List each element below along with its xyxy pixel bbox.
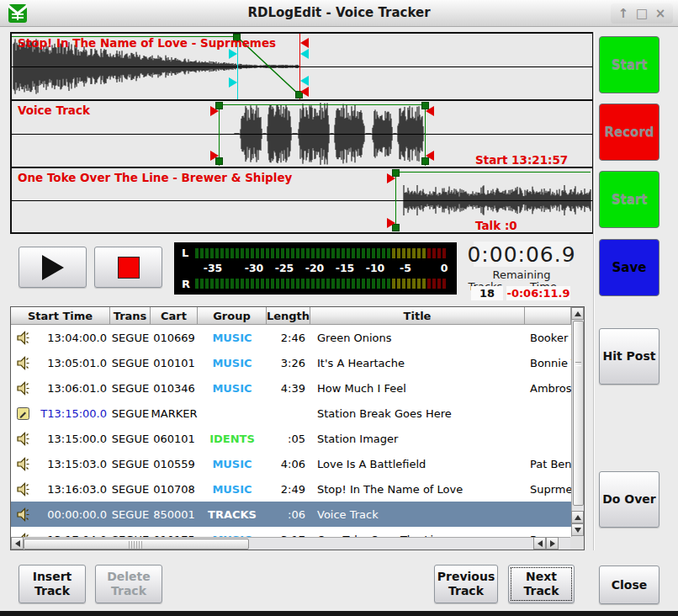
right-meter-segment (266, 279, 269, 289)
end-marker-arrow[interactable] (426, 106, 434, 116)
left-meter-segment (241, 248, 244, 258)
log-column-header[interactable] (525, 307, 571, 325)
horizontal-scroll-thumb[interactable] (24, 539, 249, 550)
log-row[interactable]: 13:15:03.0SEGUE010559MUSIC4:06Love Is A … (11, 451, 571, 476)
maximize-window-icon[interactable]: □ (633, 6, 651, 21)
meter-scale-label: -10 (366, 262, 385, 274)
end-marker-arrow[interactable] (300, 38, 309, 48)
left-meter-segment (230, 248, 234, 258)
log-row[interactable]: 13:16:03.0SEGUE010708MUSIC2:49Stop! In T… (11, 476, 571, 502)
track2-gain-line[interactable] (219, 104, 426, 105)
segue-marker-arrow[interactable] (300, 49, 309, 59)
left-meter-segment (261, 248, 264, 258)
log-row[interactable]: 13:15:00.0SEGUE060101IDENTS:05Station Im… (11, 426, 571, 451)
right-meter-segment (387, 279, 390, 289)
start-marker-arrow[interactable] (387, 173, 395, 183)
log-row[interactable]: T13:15:00.0SEGUEMARKERStation Break Goes… (11, 401, 571, 426)
trans-cell: SEGUE (110, 332, 151, 344)
log-row[interactable]: 00:00:00.0SEGUE850001TRACKS:06Voice Trac… (11, 502, 571, 527)
right-meter-segment (321, 279, 325, 289)
play-button[interactable] (19, 247, 87, 288)
log-column-header[interactable]: Start Time (11, 307, 110, 325)
scroll-up-button[interactable] (571, 307, 584, 320)
segue-marker-arrow[interactable] (229, 77, 237, 88)
log-column-header[interactable]: Cart (151, 307, 198, 325)
scroll-up-button-2[interactable] (571, 511, 584, 523)
end-marker-arrow[interactable] (426, 151, 434, 161)
start-marker-arrow[interactable] (387, 218, 395, 228)
left-meter-segment (220, 248, 224, 258)
vertical-scroll-thumb[interactable] (573, 321, 584, 506)
track3-gain-line[interactable] (395, 172, 591, 173)
start-time-cell: 13:16:03.0 (34, 483, 110, 496)
stop-button[interactable] (94, 247, 162, 288)
shade-window-icon[interactable]: ↑ (614, 6, 633, 21)
left-meter-segment (392, 248, 395, 258)
thumb-grip (129, 541, 144, 549)
start-track1-button[interactable]: Start (599, 36, 659, 93)
right-meter-segment (241, 279, 244, 289)
audio-level-meter: L R -35-30-25-20-15-10-50 (174, 242, 457, 295)
cart-cell: MARKER (151, 407, 198, 420)
left-meter-segment (331, 248, 335, 258)
log-event-list[interactable]: Start TimeTransCartGroupLengthTitle 13:0… (10, 306, 585, 550)
right-meter-segment (215, 279, 219, 289)
right-meter-segment (432, 279, 436, 289)
log-row[interactable]: 13:17:04.0SEGUE010175MUSIC3:17One Toke O… (11, 527, 571, 537)
left-meter-segment (422, 248, 426, 258)
speaker-icon (11, 331, 34, 345)
start-marker-arrow[interactable] (210, 151, 219, 161)
hit-post-button[interactable]: Hit Post (599, 328, 659, 385)
scroll-left-button-2[interactable] (533, 537, 546, 550)
record-button[interactable]: Record (599, 104, 659, 161)
start-time-cell: 13:15:03.0 (34, 458, 110, 470)
do-over-button[interactable]: Do Over (599, 471, 659, 528)
left-meter-segment (246, 248, 249, 258)
right-meter-segment (336, 279, 340, 289)
right-meter-segment (225, 279, 229, 289)
right-meter-segment (261, 279, 264, 289)
vertical-scrollbar[interactable] (571, 307, 584, 537)
trans-cell: SEGUE (110, 508, 151, 521)
next-track-button[interactable]: Next Track (508, 565, 575, 603)
left-meter-segment (321, 248, 325, 258)
left-meter-segment (352, 248, 355, 258)
delete-track-button[interactable]: Delete Track (95, 565, 162, 603)
save-button[interactable]: Save (599, 239, 659, 296)
log-column-header[interactable]: Title (310, 307, 525, 325)
close-window-icon[interactable]: × (651, 6, 670, 21)
start-marker-arrow[interactable] (210, 106, 219, 116)
start-time-cell: T13:15:00.0 (34, 407, 110, 420)
left-meter-segment (326, 248, 330, 258)
segue-marker-arrow[interactable] (300, 76, 309, 86)
track2-start-line[interactable] (219, 102, 220, 166)
segue-marker-arrow[interactable] (229, 49, 237, 59)
titlebar[interactable]: RDLogEdit - Voice Tracker ↑ □ × (0, 0, 678, 27)
horizontal-scrollbar[interactable] (11, 537, 571, 550)
previous-track-button[interactable]: Previous Track (434, 565, 498, 603)
insert-track-button[interactable]: Insert Track (19, 565, 86, 603)
log-row[interactable]: 13:05:01.0SEGUE010101MUSIC3:26It's A Hea… (11, 350, 571, 375)
log-column-header[interactable]: Length (267, 307, 310, 325)
start-track3-button[interactable]: Start (599, 171, 659, 228)
end-marker-arrow[interactable] (300, 87, 309, 97)
log-row[interactable]: 13:06:01.0SEGUE010346MUSIC4:39How Much I… (11, 375, 571, 401)
right-meter-segment (347, 279, 350, 289)
left-meter-segment (281, 248, 284, 258)
track-start-time-annotation: Start 13:21:57 (475, 153, 568, 167)
log-column-header[interactable]: Trans (110, 307, 151, 325)
close-button[interactable]: Close (599, 566, 659, 604)
waveform-panel[interactable]: Stop! In The Name of Love - Suprmemes Vo… (10, 32, 594, 234)
scroll-right-button[interactable] (546, 537, 559, 550)
length-cell: 4:06 (267, 458, 310, 470)
group-cell: MUSIC (198, 382, 267, 395)
artist-cell: Suprmemes (525, 483, 571, 496)
scrollbar-corner (570, 537, 584, 550)
log-row[interactable]: 13:04:00.0SEGUE010669MUSIC2:46Green Onio… (11, 325, 571, 350)
log-column-header[interactable]: Group (198, 307, 267, 325)
title-cell: Stop! In The Name of Love (310, 483, 525, 496)
scroll-left-button[interactable] (11, 537, 24, 550)
scroll-down-button[interactable] (571, 523, 584, 536)
track3-start-line[interactable] (395, 169, 396, 231)
title-cell: Station Break Goes Here (310, 407, 525, 420)
